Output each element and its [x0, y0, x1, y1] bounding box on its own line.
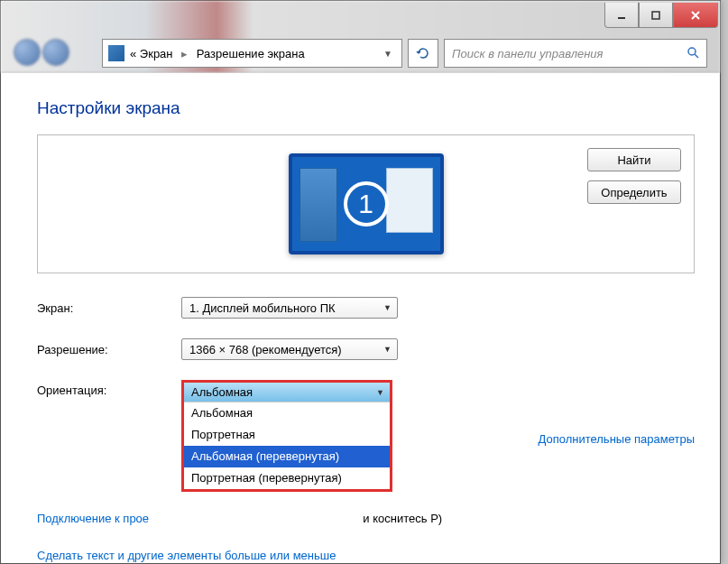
search-input[interactable]: Поиск в панели управления [444, 39, 707, 68]
svg-rect-1 [652, 12, 659, 19]
orientation-value: Альбомная [191, 385, 253, 399]
close-button[interactable] [673, 3, 718, 28]
forward-button[interactable] [42, 39, 69, 66]
svg-rect-0 [618, 17, 625, 19]
breadcrumb-separator-icon: ▸ [181, 47, 188, 60]
breadcrumb-item[interactable]: Разрешение экрана [197, 47, 305, 60]
orientation-combo[interactable]: Альбомная ▼ [184, 383, 390, 402]
textsize-link-row: Сделать текст и другие элементы больше и… [1, 543, 720, 563]
breadcrumb-item[interactable]: Экран [140, 47, 173, 60]
display-preview-box: 1 Найти Определить [37, 134, 695, 273]
chevron-down-icon: ▼ [383, 345, 392, 354]
address-row: « Экран ▸ Разрешение экрана ▼ Поиск в па… [14, 39, 707, 68]
monitor-number: 1 [344, 181, 389, 227]
control-panel-icon [108, 45, 124, 61]
control-panel-window: « Экран ▸ Разрешение экрана ▼ Поиск в па… [0, 0, 721, 564]
advanced-link-row: Дополнительные параметры [538, 432, 695, 446]
identify-button[interactable]: Определить [587, 180, 681, 204]
monitor-preview[interactable]: 1 [289, 153, 444, 254]
search-icon [687, 46, 699, 61]
resolution-value: 1366 × 768 (рекомендуется) [189, 343, 342, 356]
orientation-dropdown: Альбомная Портретная Альбомная (переверн… [184, 402, 390, 489]
svg-point-2 [688, 48, 696, 55]
chevron-down-icon: ▼ [376, 388, 384, 397]
breadcrumb: « Экран ▸ Разрешение экрана [130, 47, 305, 60]
nav-buttons [14, 39, 97, 66]
maximize-button[interactable] [639, 3, 673, 28]
chevron-down-icon[interactable]: ▼ [383, 49, 392, 59]
find-button[interactable]: Найти [587, 148, 681, 171]
orientation-label: Ориентация: [37, 380, 181, 397]
window-controls [604, 3, 718, 28]
page-title: Настройки экрана [1, 73, 720, 134]
preview-buttons: Найти Определить [587, 148, 681, 204]
content-area: Настройки экрана 1 Найти Определить Экра… [1, 73, 720, 563]
orientation-highlight: Альбомная ▼ Альбомная Портретная Альбомн… [181, 380, 392, 492]
search-placeholder: Поиск в панели управления [452, 47, 604, 60]
chevron-down-icon: ▼ [383, 303, 392, 312]
orientation-option[interactable]: Портретная [184, 424, 390, 446]
display-combo[interactable]: 1. Дисплей мобильного ПК ▼ [181, 297, 398, 319]
resolution-row: Разрешение: 1366 × 768 (рекомендуется) ▼ [1, 333, 720, 365]
display-label: Экран: [37, 301, 181, 315]
advanced-settings-link[interactable]: Дополнительные параметры [538, 432, 695, 446]
projector-suffix: и коснитесь P) [363, 512, 442, 525]
resolution-label: Разрешение: [37, 343, 181, 356]
orientation-option-selected[interactable]: Альбомная (перевернутая) [184, 446, 390, 467]
back-button[interactable] [14, 39, 41, 66]
address-bar[interactable]: « Экран ▸ Разрешение экрана ▼ [102, 39, 402, 68]
textsize-link[interactable]: Сделать текст и другие элементы больше и… [37, 549, 336, 562]
orientation-option[interactable]: Портретная (перевернутая) [184, 467, 390, 489]
projector-link-row: Подключение к прое и коснитесь P) [1, 506, 720, 531]
projector-link[interactable]: Подключение к прое [37, 512, 149, 525]
refresh-button[interactable] [408, 39, 438, 68]
display-value: 1. Дисплей мобильного ПК [189, 301, 336, 315]
orientation-option[interactable]: Альбомная [184, 402, 390, 424]
display-row: Экран: 1. Дисплей мобильного ПК ▼ [1, 291, 720, 324]
breadcrumb-prefix: « [130, 47, 136, 60]
resolution-combo[interactable]: 1366 × 768 (рекомендуется) ▼ [181, 338, 398, 360]
minimize-button[interactable] [604, 3, 639, 28]
